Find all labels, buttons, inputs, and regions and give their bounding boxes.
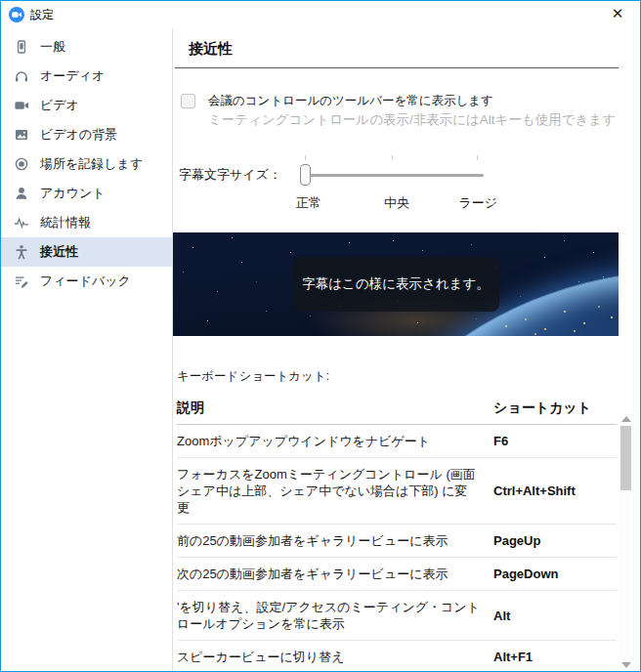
shortcut-key: Alt — [493, 609, 510, 623]
sidebar-item-video-background[interactable]: ビデオの背景 — [1, 120, 172, 149]
table-row: 'を切り替え、設定/アクセスのミーティング・コントロールオプションを常に表示 A… — [177, 591, 617, 641]
image-icon — [14, 127, 29, 143]
shortcuts-section-title: キーボードショートカット: — [177, 368, 640, 385]
sidebar-item-label: オーディオ — [40, 67, 105, 85]
sidebar-item-label: アカウント — [40, 185, 106, 202]
sidebar-item-label: ビデオ — [40, 97, 79, 114]
slider-tick — [477, 155, 478, 160]
sidebar-item-record-location[interactable]: 場所を記録します — [1, 149, 172, 179]
checkbox-label[interactable]: 会議のコントロールのツールバーを常に表示します — [208, 92, 616, 110]
shortcut-description: スピーカービューに切り替え — [177, 649, 493, 665]
sidebar-item-accessibility[interactable]: 接近性 — [1, 237, 172, 267]
sidebar-item-feedback[interactable]: フィードバック — [1, 267, 172, 296]
scroll-down-icon[interactable] — [620, 659, 632, 671]
table-row: Zoomポップアップウインドウをナビゲート F6 — [177, 425, 617, 458]
record-icon — [14, 156, 29, 172]
video-camera-icon — [14, 98, 29, 113]
caption-size-label: 字幕文字サイズ： — [179, 151, 300, 212]
heading-divider — [175, 67, 619, 68]
sidebar-item-label: 接近性 — [40, 243, 78, 261]
title-bar: 設定 ✕ — [1, 1, 640, 28]
shortcut-description: 前の25の動画参加者をギャラリービューに表示 — [177, 532, 493, 549]
always-show-toolbar-option: 会議のコントロールのツールバーを常に表示します ミーティングコントロールの表示/… — [181, 92, 640, 130]
sidebar-item-account[interactable]: アカウント — [1, 179, 172, 208]
always-show-toolbar-checkbox[interactable] — [181, 94, 195, 108]
table-row: フォーカスをZoomミーティングコントロール (画面シェア中は上部、シェア中でな… — [177, 458, 617, 525]
checkbox-hint: ミーティングコントロールの表示/非表示にはAltキーも使用できます — [208, 110, 616, 130]
sidebar-item-label: 統計情報 — [40, 214, 91, 231]
person-icon — [14, 186, 29, 201]
shortcut-key: Ctrl+Alt+Shift — [493, 483, 576, 498]
caption-preview-image: 字幕はこの様に表示されます。 — [173, 232, 619, 336]
caption-size-slider: 正常 中央 ラージ — [300, 151, 484, 212]
sidebar-item-audio[interactable]: オーディオ — [1, 62, 172, 91]
slider-option-normal: 正常 — [296, 194, 321, 212]
scrollbar-thumb[interactable] — [620, 426, 631, 490]
slider-option-large: ラージ — [458, 194, 497, 212]
close-icon[interactable]: ✕ — [601, 1, 634, 26]
column-header-shortcut: ショートカット — [493, 399, 591, 417]
shortcut-description: 次の25の動画参加者をギャラリービューに表示 — [177, 566, 493, 582]
pulse-icon — [14, 215, 29, 231]
device-icon — [14, 39, 29, 55]
shortcut-key: PageDown — [493, 567, 558, 581]
zoom-logo-icon — [9, 7, 24, 22]
accessibility-icon — [14, 244, 29, 260]
scroll-up-icon[interactable] — [620, 413, 632, 425]
sidebar-item-label: ビデオの背景 — [40, 126, 117, 144]
window-title: 設定 — [30, 7, 54, 23]
slider-thumb[interactable] — [300, 164, 311, 186]
shortcut-key: F6 — [493, 434, 508, 448]
sidebar-item-general[interactable]: 一般 — [1, 32, 172, 62]
shortcut-description: フォーカスをZoomミーティングコントロール (画面シェア中は上部、シェア中でな… — [177, 466, 493, 516]
table-row: 前の25の動画参加者をギャラリービューに表示 PageUp — [177, 525, 617, 558]
slider-track[interactable] — [300, 174, 484, 177]
shortcut-key: Alt+F1 — [493, 650, 533, 664]
sidebar-item-label: 場所を記録します — [40, 155, 143, 173]
shortcut-description: 'を切り替え、設定/アクセスのミーティング・コントロールオプションを常に表示 — [177, 599, 493, 632]
caption-sample-text: 字幕はこの様に表示されます。 — [302, 275, 490, 293]
table-scrollbar[interactable] — [620, 413, 632, 671]
sidebar-item-label: フィードバック — [40, 273, 131, 290]
settings-sidebar: 一般 オーディオ ビデオ ビデオの背景 — [1, 28, 173, 672]
column-header-description: 説明 — [177, 399, 493, 417]
shortcuts-table: 説明 ショートカット Zoomポップアップウインドウをナビゲート F6 フォーカ… — [177, 399, 617, 672]
slider-option-medium: 中央 — [384, 194, 409, 212]
headphones-icon — [14, 68, 29, 84]
slider-tick — [392, 155, 393, 160]
caption-sample-box: 字幕はこの様に表示されます。 — [292, 257, 499, 312]
settings-window: 設定 ✕ 一般 オーディオ ビデオ — [0, 0, 641, 672]
caption-size-setting: 字幕文字サイズ： 正常 中央 ラージ — [179, 151, 640, 212]
accessibility-panel: 接近性 会議のコントロールのツールバーを常に表示します ミーティングコントロール… — [173, 28, 640, 672]
shortcuts-table-header: 説明 ショートカット — [177, 399, 617, 425]
sidebar-item-label: 一般 — [40, 38, 65, 56]
shortcut-key: PageUp — [493, 533, 540, 548]
feedback-icon — [14, 273, 29, 289]
city-lights-decoration — [173, 232, 175, 234]
shortcut-description: Zoomポップアップウインドウをナビゲート — [177, 433, 493, 449]
page-title: 接近性 — [189, 40, 640, 59]
table-row: 次の25の動画参加者をギャラリービューに表示 PageDown — [177, 558, 617, 591]
slider-tick — [305, 155, 306, 160]
sidebar-item-statistics[interactable]: 統計情報 — [1, 208, 172, 237]
table-row: スピーカービューに切り替え Alt+F1 — [177, 641, 617, 672]
sidebar-item-video[interactable]: ビデオ — [1, 91, 172, 120]
